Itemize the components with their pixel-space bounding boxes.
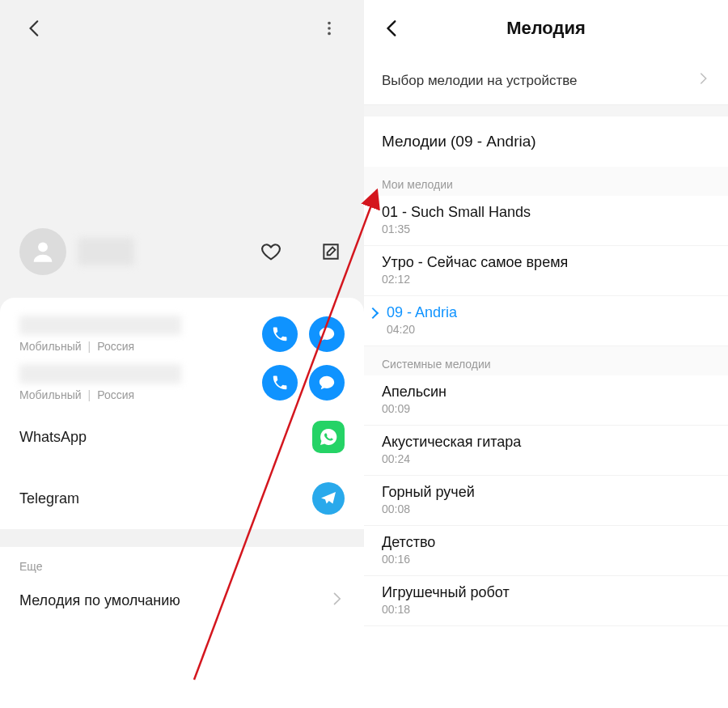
app-label: WhatsApp (19, 429, 312, 446)
back-button[interactable] (379, 15, 406, 42)
ringtone-item[interactable]: Утро - Сейчас самое время02:12 (364, 246, 728, 296)
ringtone-item[interactable]: 01 - Such Small Hands01:35 (364, 196, 728, 246)
back-button[interactable] (21, 15, 49, 42)
system-ringtones-header: Системные мелодии (364, 346, 728, 375)
svg-point-3 (38, 242, 48, 252)
ringtone-title: Игрушечный робот (382, 584, 710, 601)
ringtone-title: Детство (382, 534, 710, 551)
current-ringtone[interactable]: Мелодии (09 - Andria) (364, 117, 728, 167)
heart-icon (260, 240, 282, 263)
ringtone-title: 01 - Such Small Hands (382, 204, 710, 221)
call-button[interactable] (262, 365, 298, 401)
phone-region: Россия (97, 340, 134, 353)
ringtone-item[interactable]: Детство00:16 (364, 526, 728, 576)
message-icon (318, 325, 336, 343)
default-ringtone-row[interactable]: Мелодия по умолчанию (0, 578, 364, 623)
ringtone-title: Горный ручей (382, 484, 710, 501)
svg-point-1 (328, 27, 331, 30)
whatsapp-icon (312, 421, 345, 453)
phone-icon (271, 374, 289, 392)
ringtone-title: Апельсин (382, 384, 710, 401)
separator: | (88, 340, 91, 353)
nav-row-label: Мелодия по умолчанию (19, 592, 328, 609)
call-button[interactable] (262, 316, 298, 352)
phone-number-redacted (19, 316, 181, 335)
message-icon (318, 374, 336, 392)
phone-type: Мобильный (19, 388, 82, 401)
chevron-left-icon (24, 18, 45, 39)
phone-row-1[interactable]: Мобильный | Россия (0, 309, 364, 358)
person-icon (29, 238, 57, 265)
svg-point-2 (328, 32, 331, 36)
ringtone-duration: 01:35 (382, 223, 710, 235)
whatsapp-row[interactable]: WhatsApp (0, 406, 364, 468)
phone-number-redacted (19, 364, 181, 384)
phone-type: Мобильный (19, 340, 82, 353)
my-ringtones-header: Мои мелодии (364, 167, 728, 196)
pick-on-device-row[interactable]: Выбор мелодии на устройстве (364, 57, 728, 105)
phone-row-2[interactable]: Мобильный | Россия (0, 358, 364, 406)
message-button[interactable] (309, 365, 345, 401)
ringtone-duration: 04:20 (387, 323, 710, 336)
separator: | (88, 388, 91, 401)
svg-point-0 (328, 22, 331, 25)
phone-icon (271, 325, 289, 343)
message-button[interactable] (309, 316, 345, 352)
ringtone-duration: 00:24 (382, 452, 710, 465)
phone-meta: Мобильный | Россия (19, 340, 251, 353)
chevron-right-icon (328, 591, 345, 610)
edit-button[interactable] (317, 238, 345, 265)
ringtone-title: 09 - Andria (387, 304, 710, 321)
ringtone-item[interactable]: 09 - Andria04:20 (364, 296, 728, 346)
telegram-icon (312, 482, 345, 515)
ringtone-duration: 00:18 (382, 603, 710, 616)
ringtone-item[interactable]: Акустическая гитара00:24 (364, 426, 728, 476)
app-label: Telegram (19, 490, 312, 507)
ringtone-duration: 00:08 (382, 502, 710, 515)
more-vertical-icon (320, 19, 338, 37)
contact-screen: Мобильный | Россия Мобильный (0, 0, 364, 708)
chevron-right-icon (696, 71, 710, 90)
avatar (19, 228, 66, 275)
ringtone-duration: 02:12 (382, 273, 710, 286)
ringtone-title: Акустическая гитара (382, 434, 710, 451)
ringtone-title: Утро - Сейчас самое время (382, 254, 710, 271)
phone-region: Россия (97, 388, 134, 401)
page-title: Мелодия (364, 18, 728, 39)
telegram-row[interactable]: Telegram (0, 468, 364, 529)
contact-name-redacted (78, 238, 134, 265)
ringtone-item[interactable]: Игрушечный робот00:18 (364, 576, 728, 626)
chevron-left-icon (382, 18, 403, 39)
more-section-label: Еще (0, 547, 364, 578)
ringtone-item[interactable]: Апельсин00:09 (364, 375, 728, 426)
ringtone-screen: Мелодия Выбор мелодии на устройстве Мело… (364, 0, 728, 708)
favorite-button[interactable] (257, 238, 285, 265)
ringtone-duration: 00:09 (382, 402, 710, 415)
phone-meta: Мобильный | Россия (19, 388, 251, 401)
edit-icon (320, 241, 341, 262)
more-button[interactable] (315, 15, 343, 42)
ringtone-item[interactable]: Горный ручей00:08 (364, 476, 728, 526)
ringtone-duration: 00:16 (382, 553, 710, 566)
pick-on-device-label: Выбор мелодии на устройстве (382, 73, 577, 89)
